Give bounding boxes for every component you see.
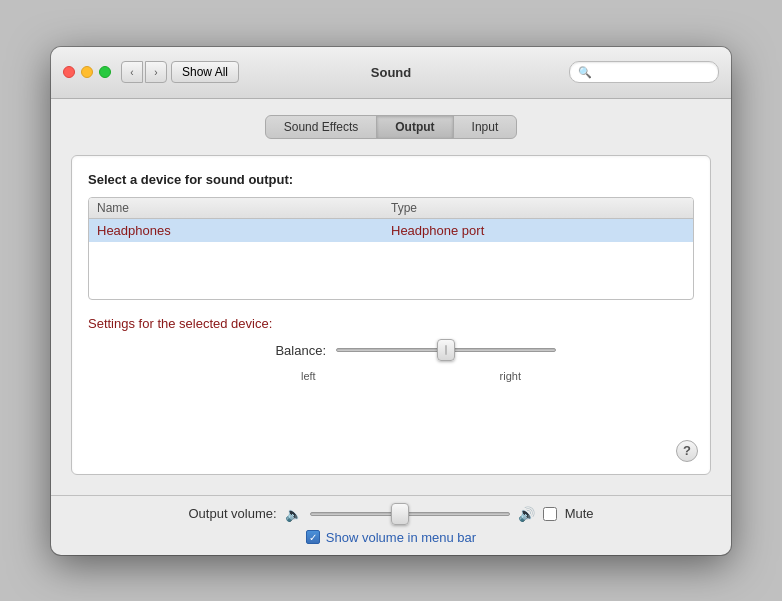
minimize-button[interactable] xyxy=(81,66,93,78)
traffic-lights xyxy=(63,66,111,78)
balance-label-row: Balance: xyxy=(266,343,556,358)
settings-label: Settings for the selected device: xyxy=(88,316,694,331)
show-volume-checkbox[interactable]: ✓ xyxy=(306,530,320,544)
forward-button[interactable]: › xyxy=(145,61,167,83)
window-title: Sound xyxy=(371,65,411,80)
balance-row: Balance: left right xyxy=(128,343,694,382)
table-header: Name Type xyxy=(89,198,693,219)
balance-slider-container xyxy=(336,348,556,352)
device-name: Headphones xyxy=(97,223,391,238)
close-button[interactable] xyxy=(63,66,75,78)
maximize-button[interactable] xyxy=(99,66,111,78)
help-button[interactable]: ? xyxy=(676,440,698,462)
volume-label: Output volume: xyxy=(188,506,276,521)
sound-preferences-window: ‹ › Show All Sound 🔍 Sound Effects Outpu… xyxy=(51,47,731,555)
nav-buttons: ‹ › xyxy=(121,61,167,83)
volume-high-icon: 🔊 xyxy=(518,506,535,522)
section-title: Select a device for sound output: xyxy=(88,172,694,187)
search-box[interactable]: 🔍 xyxy=(569,61,719,83)
col-type-header: Type xyxy=(391,201,685,215)
content-area: Sound Effects Output Input Select a devi… xyxy=(51,99,731,495)
balance-right-label: right xyxy=(500,370,521,382)
device-table: Name Type Headphones Headphone port xyxy=(88,197,694,300)
volume-row: Output volume: 🔈 🔊 Mute xyxy=(188,506,593,522)
tab-strip: Sound Effects Output Input xyxy=(71,115,711,139)
volume-low-icon: 🔈 xyxy=(285,506,302,522)
search-input[interactable] xyxy=(596,65,710,79)
titlebar: ‹ › Show All Sound 🔍 xyxy=(51,47,731,99)
settings-label-highlight: the xyxy=(157,316,175,331)
show-volume-row: ✓ Show volume in menu bar xyxy=(306,530,476,545)
show-all-button[interactable]: Show All xyxy=(171,61,239,83)
output-panel: Select a device for sound output: Name T… xyxy=(71,155,711,475)
col-name-header: Name xyxy=(97,201,391,215)
balance-slider-track[interactable] xyxy=(336,348,556,352)
volume-slider-track[interactable] xyxy=(310,512,510,516)
search-icon: 🔍 xyxy=(578,66,592,79)
back-button[interactable]: ‹ xyxy=(121,61,143,83)
volume-slider-thumb[interactable] xyxy=(391,503,409,525)
device-type: Headphone port xyxy=(391,223,685,238)
settings-label-prefix: Settings for xyxy=(88,316,157,331)
settings-label-suffix: selected device: xyxy=(175,316,272,331)
tab-group: Sound Effects Output Input xyxy=(265,115,518,139)
table-row[interactable]: Headphones Headphone port xyxy=(89,219,693,242)
balance-slider-thumb[interactable] xyxy=(437,339,455,361)
tab-input[interactable]: Input xyxy=(454,116,517,138)
balance-slider-labels: left right xyxy=(301,370,521,382)
mute-checkbox[interactable] xyxy=(543,507,557,521)
mute-label: Mute xyxy=(565,506,594,521)
bottom-bar: Output volume: 🔈 🔊 Mute ✓ Show volume in… xyxy=(51,496,731,555)
tab-output[interactable]: Output xyxy=(377,116,453,138)
balance-left-label: left xyxy=(301,370,316,382)
tab-sound-effects[interactable]: Sound Effects xyxy=(266,116,378,138)
balance-label: Balance: xyxy=(266,343,326,358)
show-volume-label: Show volume in menu bar xyxy=(326,530,476,545)
table-body: Headphones Headphone port xyxy=(89,219,693,299)
